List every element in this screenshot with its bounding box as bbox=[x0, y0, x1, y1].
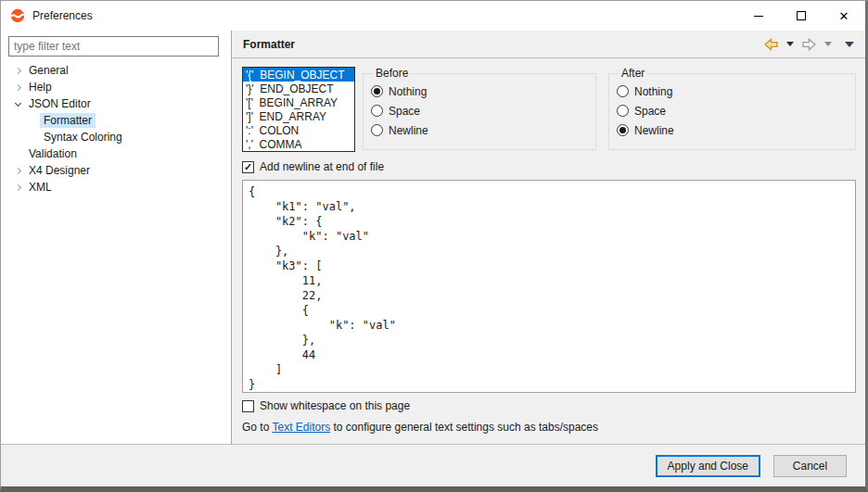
back-button[interactable] bbox=[761, 35, 781, 54]
token-item-comma[interactable]: ',' COMMA bbox=[243, 137, 354, 151]
token-settings-row: '{' BEGIN_OBJECT'}' END_OBJECT'[' BEGIN_… bbox=[242, 67, 856, 152]
after-space-radio[interactable]: Space bbox=[617, 101, 848, 120]
minimize-icon bbox=[754, 16, 763, 17]
after-group: After NothingSpaceNewline bbox=[608, 67, 856, 150]
before-newline-radio[interactable]: Newline bbox=[371, 120, 588, 140]
sidebar-item-json-editor[interactable]: JSON Editor bbox=[8, 95, 223, 112]
header-toolbar bbox=[761, 35, 856, 54]
token-item-end-object[interactable]: '}' END_OBJECT bbox=[243, 82, 354, 95]
maximize-button[interactable] bbox=[780, 1, 823, 31]
radio-label: Space bbox=[634, 105, 666, 118]
radio-icon bbox=[371, 85, 383, 97]
apply-and-close-button[interactable]: Apply and Close bbox=[656, 455, 760, 477]
add-newline-checkbox-row[interactable]: Add newline at end of file bbox=[242, 160, 856, 173]
page-title: Formatter bbox=[243, 38, 295, 51]
show-whitespace-label: Show whitespace on this page bbox=[260, 399, 410, 412]
content-panel: Formatter bbox=[232, 31, 865, 444]
sidebar-item-formatter[interactable]: Formatter bbox=[8, 112, 223, 129]
close-button[interactable]: ✕ bbox=[823, 1, 865, 31]
title-bar: Preferences ✕ bbox=[1, 1, 865, 31]
token-item-end-array[interactable]: ']' END_ARRAY bbox=[243, 109, 354, 123]
dialog-button-bar: Apply and Close Cancel bbox=[1, 444, 865, 486]
close-icon: ✕ bbox=[839, 10, 849, 22]
chevron-right-icon[interactable] bbox=[10, 85, 25, 90]
chevron-down-icon[interactable] bbox=[10, 103, 25, 106]
forward-history-dropdown[interactable] bbox=[823, 35, 834, 54]
show-whitespace-checkbox[interactable] bbox=[242, 400, 254, 412]
sidebar-item-validation[interactable]: Validation bbox=[8, 145, 223, 162]
window-controls: ✕ bbox=[737, 1, 865, 31]
radio-label: Space bbox=[389, 105, 420, 118]
after-newline-radio[interactable]: Newline bbox=[617, 120, 848, 140]
sidebar-item-label: JSON Editor bbox=[25, 96, 95, 111]
sidebar-item-label: Validation bbox=[25, 146, 81, 161]
radio-icon bbox=[617, 85, 629, 97]
minimize-button[interactable] bbox=[737, 1, 780, 31]
sidebar-item-help[interactable]: Help bbox=[8, 79, 223, 95]
before-group: Before NothingSpaceNewline bbox=[363, 67, 596, 150]
token-item-colon[interactable]: ':' COLON bbox=[243, 123, 354, 137]
filter-input[interactable] bbox=[8, 36, 219, 57]
view-menu-button[interactable] bbox=[837, 35, 856, 54]
after-nothing-radio[interactable]: Nothing bbox=[617, 82, 848, 101]
format-preview-text[interactable]: { "k1": "val", "k2": { "k": "val" }, "k3… bbox=[242, 180, 856, 393]
cancel-button[interactable]: Cancel bbox=[773, 455, 847, 477]
before-nothing-radio[interactable]: Nothing bbox=[371, 82, 588, 101]
radio-label: Newline bbox=[389, 124, 428, 137]
sidebar: GeneralHelpJSON EditorFormatterSyntax Co… bbox=[1, 31, 232, 444]
sidebar-item-label: Formatter bbox=[40, 113, 96, 128]
token-listbox[interactable]: '{' BEGIN_OBJECT'}' END_OBJECT'[' BEGIN_… bbox=[242, 67, 355, 152]
radio-label: Nothing bbox=[389, 85, 427, 98]
chevron-right-icon[interactable] bbox=[10, 169, 25, 173]
app-logo-icon bbox=[10, 8, 25, 23]
window-title: Preferences bbox=[32, 9, 93, 22]
radio-icon bbox=[371, 124, 383, 136]
sidebar-item-x4-designer[interactable]: X4 Designer bbox=[8, 162, 223, 179]
text-editors-note: Go to Text Editors to configure general … bbox=[242, 421, 856, 434]
sidebar-item-label: Syntax Coloring bbox=[40, 130, 126, 145]
chevron-down-icon bbox=[786, 42, 794, 46]
before-radio-group: NothingSpaceNewline bbox=[371, 82, 588, 140]
after-radio-group: NothingSpaceNewline bbox=[617, 82, 848, 140]
sidebar-item-general[interactable]: General bbox=[8, 62, 223, 79]
maximize-icon bbox=[797, 11, 806, 20]
note-prefix: Go to bbox=[242, 421, 272, 434]
forward-arrow-icon bbox=[801, 38, 817, 51]
sidebar-item-label: X4 Designer bbox=[25, 163, 94, 178]
chevron-right-icon[interactable] bbox=[10, 69, 25, 73]
sidebar-item-label: General bbox=[25, 63, 72, 78]
sidebar-item-label: XML bbox=[25, 180, 56, 195]
radio-label: Newline bbox=[634, 124, 674, 137]
back-history-dropdown[interactable] bbox=[785, 35, 796, 54]
show-whitespace-checkbox-row[interactable]: Show whitespace on this page bbox=[242, 399, 856, 412]
view-menu-icon bbox=[845, 42, 854, 47]
main-area: GeneralHelpJSON EditorFormatterSyntax Co… bbox=[1, 31, 865, 444]
after-group-label: After bbox=[619, 67, 647, 80]
chevron-right-icon[interactable] bbox=[10, 185, 25, 190]
sidebar-item-xml[interactable]: XML bbox=[8, 179, 223, 196]
before-space-radio[interactable]: Space bbox=[371, 101, 588, 120]
radio-label: Nothing bbox=[634, 85, 672, 98]
preference-tree: GeneralHelpJSON EditorFormatterSyntax Co… bbox=[8, 62, 223, 196]
back-arrow-icon bbox=[763, 38, 779, 51]
add-newline-checkbox[interactable] bbox=[242, 161, 254, 173]
before-group-label: Before bbox=[373, 67, 411, 80]
add-newline-label: Add newline at end of file bbox=[260, 160, 384, 173]
token-item-begin-array[interactable]: '[' BEGIN_ARRAY bbox=[243, 95, 354, 109]
radio-icon bbox=[617, 105, 629, 117]
formatter-page: '{' BEGIN_OBJECT'}' END_OBJECT'[' BEGIN_… bbox=[232, 58, 865, 444]
chevron-down-icon bbox=[824, 42, 832, 46]
page-header: Formatter bbox=[232, 31, 865, 58]
text-editors-link[interactable]: Text Editors bbox=[272, 421, 330, 434]
note-suffix: to configure general text settings such … bbox=[330, 421, 598, 434]
radio-icon bbox=[617, 124, 629, 136]
preferences-dialog: Preferences ✕ GeneralHelpJSON EditorForm… bbox=[0, 0, 868, 492]
sidebar-item-label: Help bbox=[25, 80, 56, 95]
forward-button[interactable] bbox=[799, 35, 819, 54]
sidebar-item-syntax-coloring[interactable]: Syntax Coloring bbox=[8, 129, 223, 145]
token-item-begin-object[interactable]: '{' BEGIN_OBJECT bbox=[243, 68, 354, 82]
radio-icon bbox=[371, 105, 383, 117]
